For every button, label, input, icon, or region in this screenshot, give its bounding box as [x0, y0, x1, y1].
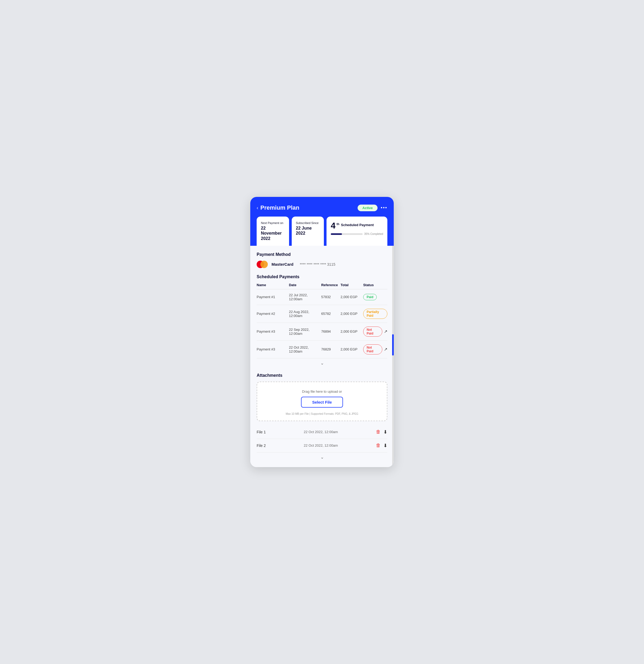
payment-total: 2,000 EGP: [340, 312, 363, 316]
table-header: Name Date Reference Total Status: [257, 283, 387, 289]
payment-method-section: Payment Method MasterCard **** **** ****…: [257, 252, 387, 268]
file-row: File 1 22 Oct 2022, 12:00am 🗑 ⬇: [257, 426, 387, 439]
body-content: Payment Method MasterCard **** **** ****…: [250, 246, 394, 467]
col-reference: Reference: [321, 283, 340, 287]
scheduled-payments-title: Scheduled Payments: [257, 274, 387, 279]
col-date: Date: [289, 283, 321, 287]
scheduled-payment-label: Scheduled Payment: [341, 223, 374, 227]
file-date: 22 Oct 2022, 12:00am: [304, 430, 338, 434]
status-badge-notpaid: Not Paid: [363, 327, 382, 337]
next-payment-value: 22 November 2022: [261, 226, 285, 241]
table-row: Payment #1 22 Jul 2022, 12:00am 57832 2,…: [257, 289, 387, 305]
payment-date: 22 Aug 2022, 12:00am: [289, 310, 321, 318]
payment-reference: 76829: [321, 347, 340, 351]
payment-name: Payment #3: [257, 347, 289, 351]
subscribed-value: 22 June 2022: [296, 226, 320, 236]
row-actions: Paid: [363, 294, 387, 300]
file-actions: 🗑 ⬇: [376, 429, 387, 435]
file-name: File 1: [257, 430, 266, 434]
payment-reference: 76894: [321, 330, 340, 333]
header-right: Active •••: [358, 205, 387, 211]
header: ‹ Premium Plan Active ••• Next Payment o…: [250, 197, 394, 246]
scheduled-payment-card: 4 th Scheduled Payment 35% Completed: [327, 216, 387, 246]
download-file-icon[interactable]: ⬇: [383, 443, 387, 449]
status-badge: Active: [358, 205, 377, 211]
card-number: **** **** **** **** 3115: [300, 262, 335, 267]
payment-reference: 57832: [321, 295, 340, 299]
payment-total: 2,000 EGP: [340, 295, 363, 299]
scheduled-payments-section: Scheduled Payments Name Date Reference T…: [257, 274, 387, 368]
payment-total: 2,000 EGP: [340, 347, 363, 351]
table-row: Payment #3 22 Oct 2022, 12:00am 76829 2,…: [257, 340, 387, 358]
col-total: Total: [340, 283, 363, 287]
subscribed-label: Subscribed Since: [296, 221, 320, 225]
table-row: Payment #3 22 Sep 2022, 12:00am 76894 2,…: [257, 323, 387, 340]
next-payment-card: Next Payment on 22 November 2022: [257, 216, 289, 246]
external-link-icon[interactable]: ↗︎: [384, 347, 387, 352]
progress-bar-container: 35% Completed: [331, 232, 383, 235]
next-payment-label: Next Payment on: [261, 221, 285, 225]
row-actions: Partially Paid: [363, 309, 387, 319]
attachments-section: Attachments Drag file here to upload or …: [257, 373, 387, 462]
card-name: MasterCard: [271, 262, 294, 267]
status-badge-notpaid: Not Paid: [363, 344, 382, 354]
file-actions: 🗑 ⬇: [376, 443, 387, 449]
col-status: Status: [363, 283, 387, 287]
payment-date: 22 Sep 2022, 12:00am: [289, 328, 321, 336]
file-name: File 2: [257, 443, 266, 448]
external-link-icon[interactable]: ↗︎: [384, 329, 387, 334]
mastercard-icon: [257, 261, 268, 268]
select-file-button[interactable]: Select File: [301, 397, 343, 408]
attachments-title: Attachments: [257, 373, 387, 378]
header-top: ‹ Premium Plan Active •••: [257, 204, 387, 211]
upload-zone[interactable]: Drag file here to upload or Select File …: [257, 381, 387, 421]
scheduled-payment-number: 4: [331, 221, 335, 230]
scheduled-payment-top: 4 th Scheduled Payment: [331, 221, 383, 230]
more-options-button[interactable]: •••: [381, 205, 387, 211]
file-date: 22 Oct 2022, 12:00am: [304, 443, 338, 448]
scheduled-payment-sup: th: [337, 222, 339, 226]
progress-bar-track: [331, 233, 362, 235]
payment-method-title: Payment Method: [257, 252, 387, 257]
page-title: Premium Plan: [261, 204, 299, 211]
progress-text: 35% Completed: [364, 232, 383, 235]
scrollbar[interactable]: [392, 246, 394, 467]
delete-file-icon[interactable]: 🗑: [376, 443, 381, 448]
delete-file-icon[interactable]: 🗑: [376, 429, 381, 435]
upload-text: Drag file here to upload or: [263, 390, 381, 394]
scrollbar-thumb: [392, 334, 394, 355]
app-container: ‹ Premium Plan Active ••• Next Payment o…: [250, 197, 394, 467]
payment-name: Payment #1: [257, 295, 289, 299]
file-row: File 2 22 Oct 2022, 12:00am 🗑 ⬇: [257, 439, 387, 453]
table-row: Payment #2 22 Aug 2022, 12:00am 65782 2,…: [257, 305, 387, 323]
payment-date: 22 Jul 2022, 12:00am: [289, 293, 321, 301]
row-actions: Not Paid ↗︎: [363, 344, 387, 354]
payment-date: 22 Oct 2022, 12:00am: [289, 346, 321, 353]
progress-bar-fill: [331, 233, 342, 235]
payment-name: Payment #3: [257, 330, 289, 333]
header-title-row: ‹ Premium Plan: [257, 204, 299, 211]
mc-circle-orange: [261, 261, 268, 268]
subscribed-since-card: Subscribed Since 22 June 2022: [292, 216, 324, 246]
payment-method-row: MasterCard **** **** **** **** 3115: [257, 261, 387, 268]
back-button[interactable]: ‹: [257, 205, 258, 211]
expand-payments-button[interactable]: ⌄: [320, 360, 324, 366]
upload-hint: Max 10 MB per File | Supported Formats: …: [263, 412, 381, 415]
payment-total: 2,000 EGP: [340, 330, 363, 333]
download-file-icon[interactable]: ⬇: [383, 429, 387, 435]
status-badge-partial: Partially Paid: [363, 309, 387, 319]
payment-name: Payment #2: [257, 312, 289, 316]
status-badge-paid: Paid: [363, 294, 377, 300]
summary-cards-row: Next Payment on 22 November 2022 Subscri…: [257, 216, 387, 246]
expand-row: ⌄: [257, 358, 387, 368]
payment-reference: 65782: [321, 312, 340, 316]
expand-files-button[interactable]: ⌄: [320, 455, 324, 460]
expand-files-row: ⌄: [257, 453, 387, 462]
row-actions: Not Paid ↗︎: [363, 327, 387, 337]
col-name: Name: [257, 283, 289, 287]
